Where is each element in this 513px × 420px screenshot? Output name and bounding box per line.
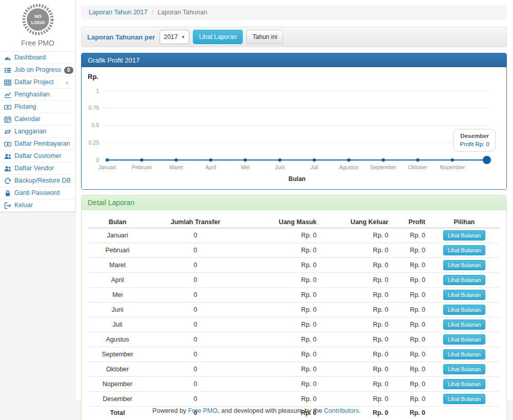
table-row-september: September0Rp. 0Rp. 0Rp. 0Lihat Bulanan [89, 347, 499, 362]
data-point[interactable] [106, 158, 109, 162]
lihat-bulanan-button[interactable]: Lihat Bulanan [443, 275, 485, 285]
sidebar-item-penghasilan[interactable]: Penghasilan [0, 89, 75, 101]
data-point[interactable] [451, 158, 454, 162]
data-point[interactable] [140, 158, 143, 162]
sidebar-item-label: Keluar [14, 202, 33, 209]
x-tick-label: Januari [98, 164, 116, 170]
data-point[interactable] [312, 158, 315, 162]
cell-profit: Rp. 0 [392, 288, 429, 303]
chart-body: Rp. 00.250.50.751JanuariPebruariMaretApr… [82, 67, 506, 189]
cell-uang-masuk: Rp. 0 [245, 332, 321, 347]
data-point[interactable] [347, 158, 350, 162]
cell-jumlah-transfer: 0 [146, 362, 245, 377]
data-point[interactable] [278, 158, 281, 162]
sidebar-item-label: Job on Progress [14, 66, 61, 74]
lihat-bulanan-button[interactable]: Lihat Bulanan [443, 245, 485, 255]
x-tick-label: Agustus [339, 164, 359, 170]
data-point[interactable] [382, 158, 385, 162]
table-row-juli: Juli0Rp. 0Rp. 0Rp. 0Lihat Bulanan [89, 317, 499, 332]
cell-uang-masuk: Rp. 0 [245, 288, 321, 303]
sidebar-item-ganti-password[interactable]: Ganti Password [0, 187, 75, 199]
sidebar-item-daftar-customer[interactable]: Daftar Customer [0, 150, 75, 163]
sidebar-item-job-on-progress[interactable]: Job on Progress0 [0, 64, 75, 76]
cell-uang-masuk: Rp. 0 [245, 258, 321, 273]
cell-uang-masuk: Rp. 0 [245, 377, 321, 392]
sidebar-item-piutang[interactable]: Piutang [0, 101, 75, 113]
lihat-bulanan-button[interactable]: Lihat Bulanan [443, 305, 485, 315]
column-header-bulan: Bulan [89, 216, 146, 228]
cell-pilihan: Lihat Bulanan [429, 288, 499, 303]
sidebar-item-label: Ganti Password [14, 189, 60, 197]
lihat-bulanan-button[interactable]: Lihat Bulanan [443, 364, 485, 374]
cell-uang-keluar: Rp. 0 [321, 317, 392, 332]
cell-pilihan: Lihat Bulanan [429, 317, 499, 332]
chart-x-axis-label: Bulan [288, 175, 305, 183]
cell-uang-keluar: Rp. 0 [321, 303, 392, 317]
sidebar-menu: DashboardJob on Progress0Daftar Project‹… [0, 51, 75, 212]
cell-uang-keluar: Rp. 0 [321, 273, 392, 288]
cell-jumlah-transfer: 0 [146, 332, 245, 347]
lihat-bulanan-button[interactable]: Lihat Bulanan [443, 230, 485, 241]
sidebar-item-calendar[interactable]: Calendar [0, 113, 75, 126]
cell-uang-keluar: Rp. 0 [321, 347, 392, 362]
sidebar-item-keluar[interactable]: Keluar [0, 199, 75, 212]
lihat-bulanan-button[interactable]: Lihat Bulanan [443, 349, 485, 359]
cell-uang-masuk: Rp. 0 [245, 317, 321, 332]
data-point[interactable] [209, 158, 212, 162]
sidebar-item-daftar-vendor[interactable]: Daftar Vendor [0, 163, 75, 175]
detail-laporan-panel: Detail Laporan BulanJumlah TransferUang … [81, 195, 507, 420]
lihat-bulanan-button[interactable]: Lihat Bulanan [443, 290, 485, 300]
cell-jumlah-transfer: 0 [146, 273, 245, 288]
x-tick-label: September [370, 164, 397, 170]
table-row-juni: Juni0Rp. 0Rp. 0Rp. 0Lihat Bulanan [89, 303, 499, 317]
cell-jumlah-transfer: 0 [146, 377, 245, 392]
money-icon [4, 104, 11, 111]
select-caret-icon: ▼ [181, 35, 185, 39]
x-tick-label: Pebruari [131, 164, 152, 170]
footer-link-contributors[interactable]: Contributors [324, 407, 359, 414]
lock-icon [4, 190, 11, 197]
cell-bulan: Mei [89, 288, 146, 303]
money-icon [4, 141, 11, 148]
profit-chart-panel: Grafik Profit 2017 Rp. 00.250.50.751Janu… [81, 53, 507, 190]
sidebar-item-dashboard[interactable]: Dashboard [0, 52, 75, 64]
lihat-bulanan-button[interactable]: Lihat Bulanan [443, 319, 485, 330]
lihat-bulanan-button[interactable]: Lihat Bulanan [443, 260, 485, 270]
data-point[interactable] [174, 158, 177, 162]
table-row-pebruari: Pebruari0Rp. 0Rp. 0Rp. 0Lihat Bulanan [89, 243, 499, 258]
y-tick-label: 0.75 [89, 105, 100, 111]
breadcrumb-link-laporan-tahun[interactable]: Laporan Tahun 2017 [89, 9, 147, 16]
footer-link-free-pmo[interactable]: Free PMO [188, 407, 218, 414]
lihat-bulanan-button[interactable]: Lihat Bulanan [443, 379, 485, 389]
sidebar-item-daftar-pembayaran[interactable]: Daftar Pembayaran [0, 138, 75, 150]
users-icon [4, 153, 11, 160]
data-point-highlighted[interactable] [483, 156, 491, 164]
svg-text:LOGO: LOGO [31, 20, 45, 25]
sidebar-item-daftar-project[interactable]: Daftar Project‹ [0, 76, 75, 89]
x-tick-label: Maret [169, 164, 183, 170]
cell-jumlah-transfer: 0 [146, 228, 245, 243]
table-row-mei: Mei0Rp. 0Rp. 0Rp. 0Lihat Bulanan [89, 288, 499, 303]
y-tick-label: 0.5 [91, 122, 99, 128]
x-tick-label: Juli [310, 164, 319, 170]
page-footer: Powered by Free PMO, and developed with … [0, 400, 513, 420]
cell-uang-masuk: Rp. 0 [245, 273, 321, 288]
cell-uang-masuk: Rp. 0 [245, 228, 321, 243]
sidebar-item-langganan[interactable]: Langganan [0, 126, 75, 138]
tahun-ini-button[interactable]: Tahun ini [246, 30, 283, 44]
lihat-bulanan-button[interactable]: Lihat Bulanan [443, 334, 485, 345]
lihat-laporan-button[interactable]: Lihat Laporan [193, 30, 243, 44]
sidebar-item-label: Daftar Vendor [14, 165, 54, 172]
sidebar-item-backup-restore-db[interactable]: Backup/Restore DB [0, 175, 75, 187]
cell-uang-masuk: Rp. 0 [245, 362, 321, 377]
filter-label: Laporan Tahunan per [87, 33, 155, 41]
users-icon [4, 165, 11, 172]
cell-bulan: Juli [89, 317, 146, 332]
retweet-icon [4, 128, 11, 135]
year-select[interactable]: 2017 ▼ [160, 30, 189, 44]
cell-pilihan: Lihat Bulanan [429, 377, 499, 392]
cell-jumlah-transfer: 0 [146, 317, 245, 332]
data-point[interactable] [244, 158, 247, 162]
data-point[interactable] [416, 158, 419, 162]
cell-pilihan: Lihat Bulanan [429, 362, 499, 377]
